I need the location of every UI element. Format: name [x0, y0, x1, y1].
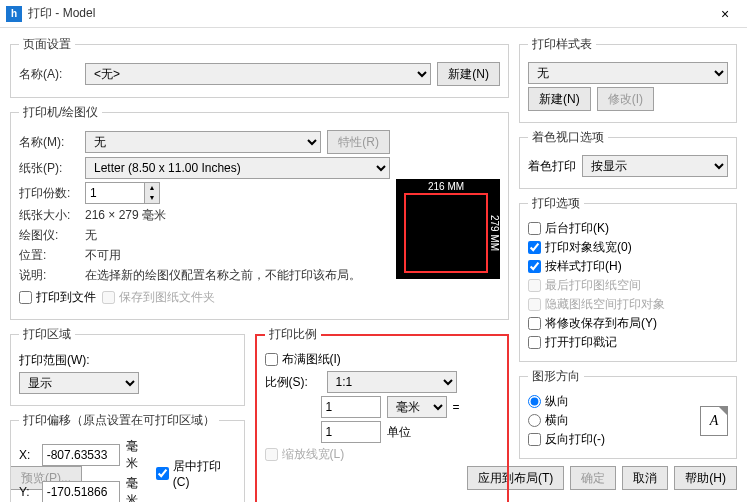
- opt-lw[interactable]: 打印对象线宽(0): [528, 239, 728, 256]
- scale-legend: 打印比例: [265, 326, 321, 343]
- app-icon: h: [6, 6, 22, 22]
- range-label: 打印范围(W):: [19, 352, 90, 369]
- scale-unit-u: 单位: [387, 424, 411, 441]
- desc-label: 说明:: [19, 267, 79, 284]
- page-setup-legend: 页面设置: [19, 36, 75, 53]
- range-select[interactable]: 显示: [19, 372, 139, 394]
- ps-name-label: 名称(A):: [19, 66, 79, 83]
- copies-spinner[interactable]: ▲▼: [145, 182, 160, 204]
- y-unit: 毫米: [126, 475, 148, 502]
- scale-unit-select[interactable]: 毫米: [387, 396, 447, 418]
- x-input[interactable]: [42, 444, 120, 466]
- shaded-group: 着色视口选项 着色打印 按显示: [519, 129, 737, 189]
- scale-num2[interactable]: [321, 421, 381, 443]
- paper-label: 纸张(P):: [19, 160, 79, 177]
- preview-width-label: 216 MM: [404, 181, 488, 192]
- cancel-button[interactable]: 取消: [622, 466, 668, 490]
- orient-group: 图形方向 纵向 横向 反向打印(-) A: [519, 368, 737, 459]
- x-label: X:: [19, 448, 36, 462]
- style-legend: 打印样式表: [528, 36, 596, 53]
- shaded-legend: 着色视口选项: [528, 129, 608, 146]
- opt-save[interactable]: 将修改保存到布局(Y): [528, 315, 728, 332]
- save-folder-check: 保存到图纸文件夹: [102, 289, 215, 306]
- desc-value: 在选择新的绘图仪配置名称之前，不能打印该布局。: [85, 267, 361, 284]
- style-group: 打印样式表 无 新建(N) 修改(I): [519, 36, 737, 123]
- style-new-button[interactable]: 新建(N): [528, 87, 591, 111]
- page-setup-group: 页面设置 名称(A): <无> 新建(N): [10, 36, 509, 98]
- copies-label: 打印份数:: [19, 185, 79, 202]
- pr-name-label: 名称(M):: [19, 134, 79, 151]
- size-value: 216 × 279 毫米: [85, 207, 166, 224]
- shaded-select[interactable]: 按显示: [582, 155, 728, 177]
- pr-props-button: 特性(R): [327, 130, 390, 154]
- x-unit: 毫米: [126, 438, 148, 472]
- scale-lw-check: 缩放线宽(L): [265, 446, 500, 463]
- location-value: 不可用: [85, 247, 121, 264]
- printer-legend: 打印机/绘图仪: [19, 104, 102, 121]
- style-select[interactable]: 无: [528, 62, 728, 84]
- opt-style[interactable]: 按样式打印(H): [528, 258, 728, 275]
- fit-check[interactable]: 布满图纸(I): [265, 351, 500, 368]
- options-group: 打印选项 后台打印(K) 打印对象线宽(0) 按样式打印(H) 最后打印图纸空间…: [519, 195, 737, 362]
- to-file-check[interactable]: 打印到文件: [19, 289, 96, 306]
- ratio-select[interactable]: 1:1: [327, 371, 457, 393]
- scale-num1[interactable]: [321, 396, 381, 418]
- titlebar: h 打印 - Model ×: [0, 0, 747, 28]
- area-legend: 打印区域: [19, 326, 75, 343]
- area-group: 打印区域 打印范围(W): 显示: [10, 326, 245, 406]
- orient-legend: 图形方向: [528, 368, 584, 385]
- orient-reverse[interactable]: 反向打印(-): [528, 431, 700, 448]
- copies-input[interactable]: [85, 182, 145, 204]
- window-title: 打印 - Model: [28, 5, 709, 22]
- orient-landscape[interactable]: 横向: [528, 412, 700, 429]
- close-button[interactable]: ×: [709, 6, 741, 22]
- ps-new-button[interactable]: 新建(N): [437, 62, 500, 86]
- ratio-label: 比例(S):: [265, 374, 321, 391]
- scale-group: 打印比例 布满图纸(I) 比例(S): 1:1 毫米 = 单位 缩放线宽(L): [255, 326, 510, 502]
- paper-select[interactable]: Letter (8.50 x 11.00 Inches): [85, 157, 390, 179]
- y-input[interactable]: [42, 481, 120, 502]
- size-label: 纸张大小:: [19, 207, 79, 224]
- offset-group: 打印偏移（原点设置在可打印区域） X: 毫米 Y: 毫米: [10, 412, 245, 502]
- offset-legend: 打印偏移（原点设置在可打印区域）: [19, 412, 219, 429]
- plotter-value: 无: [85, 227, 97, 244]
- printer-group: 打印机/绘图仪 名称(M): 无 特性(R) 纸张(P): Letter (8.…: [10, 104, 509, 320]
- opt-hide: 隐藏图纸空间打印对象: [528, 296, 728, 313]
- pr-name-select[interactable]: 无: [85, 131, 321, 153]
- options-legend: 打印选项: [528, 195, 584, 212]
- ps-name-select[interactable]: <无>: [85, 63, 431, 85]
- orientation-icon: A: [700, 406, 728, 436]
- plotter-label: 绘图仪:: [19, 227, 79, 244]
- orient-portrait[interactable]: 纵向: [528, 393, 700, 410]
- opt-last: 最后打印图纸空间: [528, 277, 728, 294]
- style-edit-button: 修改(I): [597, 87, 654, 111]
- ok-button: 确定: [570, 466, 616, 490]
- shaded-label: 着色打印: [528, 158, 576, 175]
- paper-preview: 216 MM 279 MM: [396, 179, 500, 279]
- opt-bg[interactable]: 后台打印(K): [528, 220, 728, 237]
- y-label: Y:: [19, 485, 36, 499]
- location-label: 位置:: [19, 247, 79, 264]
- opt-stamp[interactable]: 打开打印戳记: [528, 334, 728, 351]
- scale-eq: =: [453, 400, 460, 414]
- center-check[interactable]: 居中打印(C): [156, 458, 236, 489]
- help-button[interactable]: 帮助(H): [674, 466, 737, 490]
- preview-height-label: 279 MM: [488, 193, 500, 273]
